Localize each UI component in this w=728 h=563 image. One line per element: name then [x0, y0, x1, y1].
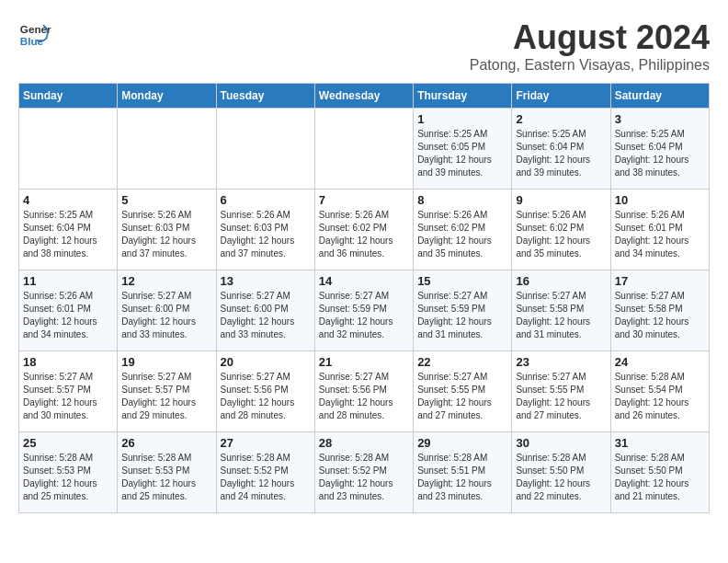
day-info: Sunrise: 5:27 AMSunset: 6:00 PMDaylight:…: [121, 290, 211, 341]
header: General Blue August 2024 Patong, Eastern…: [18, 18, 710, 74]
day-number: 8: [417, 193, 507, 207]
day-number: 7: [319, 193, 409, 207]
day-info: Sunrise: 5:28 AMSunset: 5:53 PMDaylight:…: [121, 452, 211, 503]
day-info: Sunrise: 5:28 AMSunset: 5:53 PMDaylight:…: [23, 452, 113, 503]
day-info: Sunrise: 5:28 AMSunset: 5:50 PMDaylight:…: [516, 452, 606, 503]
day-info: Sunrise: 5:27 AMSunset: 5:56 PMDaylight:…: [221, 371, 311, 422]
calendar-cell: 25Sunrise: 5:28 AMSunset: 5:53 PMDayligh…: [19, 432, 118, 513]
calendar-cell: 22Sunrise: 5:27 AMSunset: 5:55 PMDayligh…: [414, 351, 512, 432]
weekday-header-row: SundayMondayTuesdayWednesdayThursdayFrid…: [19, 84, 710, 109]
day-info: Sunrise: 5:25 AMSunset: 6:04 PMDaylight:…: [23, 209, 113, 260]
calendar-table: SundayMondayTuesdayWednesdayThursdayFrid…: [18, 83, 710, 513]
day-number: 6: [221, 193, 311, 207]
day-number: 25: [23, 436, 113, 450]
calendar-cell: 18Sunrise: 5:27 AMSunset: 5:57 PMDayligh…: [19, 351, 118, 432]
day-info: Sunrise: 5:28 AMSunset: 5:51 PMDaylight:…: [417, 452, 507, 503]
calendar-cell: 19Sunrise: 5:27 AMSunset: 5:57 PMDayligh…: [118, 351, 216, 432]
day-info: Sunrise: 5:26 AMSunset: 6:03 PMDaylight:…: [221, 209, 311, 260]
calendar-cell: 23Sunrise: 5:27 AMSunset: 5:55 PMDayligh…: [512, 351, 610, 432]
day-info: Sunrise: 5:27 AMSunset: 5:57 PMDaylight:…: [23, 371, 113, 422]
calendar-cell: 31Sunrise: 5:28 AMSunset: 5:50 PMDayligh…: [610, 432, 709, 513]
calendar-cell: 4Sunrise: 5:25 AMSunset: 6:04 PMDaylight…: [19, 190, 118, 270]
day-number: 23: [516, 355, 606, 369]
day-number: 30: [516, 436, 606, 450]
calendar-cell: 21Sunrise: 5:27 AMSunset: 5:56 PMDayligh…: [314, 351, 413, 432]
weekday-header-wednesday: Wednesday: [314, 84, 413, 109]
calendar-week-4: 18Sunrise: 5:27 AMSunset: 5:57 PMDayligh…: [19, 351, 710, 432]
day-number: 24: [615, 355, 705, 369]
day-number: 19: [121, 355, 211, 369]
day-number: 13: [221, 274, 311, 288]
calendar-cell: 1Sunrise: 5:25 AMSunset: 6:05 PMDaylight…: [414, 109, 512, 190]
calendar-week-5: 25Sunrise: 5:28 AMSunset: 5:53 PMDayligh…: [19, 432, 710, 513]
day-number: 15: [417, 274, 507, 288]
day-number: 5: [121, 193, 211, 207]
day-info: Sunrise: 5:27 AMSunset: 5:57 PMDaylight:…: [121, 371, 211, 422]
day-number: 2: [516, 112, 606, 126]
day-number: 27: [221, 436, 311, 450]
day-number: 12: [121, 274, 211, 288]
calendar-cell: [19, 109, 118, 190]
calendar-cell: 5Sunrise: 5:26 AMSunset: 6:03 PMDaylight…: [118, 190, 216, 270]
day-info: Sunrise: 5:28 AMSunset: 5:54 PMDaylight:…: [615, 371, 705, 422]
calendar-cell: 17Sunrise: 5:27 AMSunset: 5:58 PMDayligh…: [610, 270, 709, 351]
day-info: Sunrise: 5:27 AMSunset: 5:58 PMDaylight:…: [615, 290, 705, 341]
calendar-cell: 30Sunrise: 5:28 AMSunset: 5:50 PMDayligh…: [512, 432, 610, 513]
weekday-header-friday: Friday: [512, 84, 610, 109]
calendar-cell: 10Sunrise: 5:26 AMSunset: 6:01 PMDayligh…: [610, 190, 709, 270]
day-info: Sunrise: 5:26 AMSunset: 6:03 PMDaylight:…: [121, 209, 211, 260]
calendar-cell: 7Sunrise: 5:26 AMSunset: 6:02 PMDaylight…: [314, 190, 413, 270]
day-info: Sunrise: 5:25 AMSunset: 6:04 PMDaylight:…: [516, 128, 606, 179]
day-number: 28: [319, 436, 409, 450]
day-number: 10: [615, 193, 705, 207]
day-info: Sunrise: 5:27 AMSunset: 5:55 PMDaylight:…: [516, 371, 606, 422]
day-number: 22: [417, 355, 507, 369]
title-area: August 2024 Patong, Eastern Visayas, Phi…: [470, 18, 710, 74]
day-number: 18: [23, 355, 113, 369]
day-number: 20: [221, 355, 311, 369]
day-info: Sunrise: 5:27 AMSunset: 5:58 PMDaylight:…: [516, 290, 606, 341]
day-number: 16: [516, 274, 606, 288]
calendar-subtitle: Patong, Eastern Visayas, Philippines: [470, 57, 710, 74]
weekday-header-monday: Monday: [118, 84, 216, 109]
day-info: Sunrise: 5:25 AMSunset: 6:04 PMDaylight:…: [615, 128, 705, 179]
day-info: Sunrise: 5:26 AMSunset: 6:02 PMDaylight:…: [417, 209, 507, 260]
day-info: Sunrise: 5:28 AMSunset: 5:50 PMDaylight:…: [615, 452, 705, 503]
calendar-week-2: 4Sunrise: 5:25 AMSunset: 6:04 PMDaylight…: [19, 190, 710, 270]
day-info: Sunrise: 5:26 AMSunset: 6:01 PMDaylight:…: [23, 290, 113, 341]
calendar-cell: 3Sunrise: 5:25 AMSunset: 6:04 PMDaylight…: [610, 109, 709, 190]
day-info: Sunrise: 5:25 AMSunset: 6:05 PMDaylight:…: [417, 128, 507, 179]
calendar-week-1: 1Sunrise: 5:25 AMSunset: 6:05 PMDaylight…: [19, 109, 710, 190]
weekday-header-sunday: Sunday: [19, 84, 118, 109]
day-info: Sunrise: 5:27 AMSunset: 5:59 PMDaylight:…: [417, 290, 507, 341]
logo-icon: General Blue: [18, 18, 51, 52]
day-number: 17: [615, 274, 705, 288]
day-info: Sunrise: 5:28 AMSunset: 5:52 PMDaylight:…: [221, 452, 311, 503]
day-number: 29: [417, 436, 507, 450]
calendar-cell: [118, 109, 216, 190]
calendar-week-3: 11Sunrise: 5:26 AMSunset: 6:01 PMDayligh…: [19, 270, 710, 351]
calendar-cell: 14Sunrise: 5:27 AMSunset: 5:59 PMDayligh…: [314, 270, 413, 351]
day-number: 1: [417, 112, 507, 126]
calendar-cell: 13Sunrise: 5:27 AMSunset: 6:00 PMDayligh…: [216, 270, 314, 351]
day-info: Sunrise: 5:27 AMSunset: 5:59 PMDaylight:…: [319, 290, 409, 341]
day-number: 9: [516, 193, 606, 207]
day-number: 21: [319, 355, 409, 369]
calendar-cell: 24Sunrise: 5:28 AMSunset: 5:54 PMDayligh…: [610, 351, 709, 432]
calendar-title: August 2024: [470, 18, 710, 57]
calendar-cell: 27Sunrise: 5:28 AMSunset: 5:52 PMDayligh…: [216, 432, 314, 513]
day-info: Sunrise: 5:26 AMSunset: 6:01 PMDaylight:…: [615, 209, 705, 260]
calendar-cell: 29Sunrise: 5:28 AMSunset: 5:51 PMDayligh…: [414, 432, 512, 513]
calendar-cell: 12Sunrise: 5:27 AMSunset: 6:00 PMDayligh…: [118, 270, 216, 351]
day-info: Sunrise: 5:27 AMSunset: 6:00 PMDaylight:…: [221, 290, 311, 341]
calendar-cell: 16Sunrise: 5:27 AMSunset: 5:58 PMDayligh…: [512, 270, 610, 351]
calendar-cell: [216, 109, 314, 190]
weekday-header-thursday: Thursday: [414, 84, 512, 109]
weekday-header-saturday: Saturday: [610, 84, 709, 109]
calendar-cell: 28Sunrise: 5:28 AMSunset: 5:52 PMDayligh…: [314, 432, 413, 513]
day-info: Sunrise: 5:27 AMSunset: 5:55 PMDaylight:…: [417, 371, 507, 422]
calendar-cell: 9Sunrise: 5:26 AMSunset: 6:02 PMDaylight…: [512, 190, 610, 270]
calendar-cell: [314, 109, 413, 190]
day-number: 4: [23, 193, 113, 207]
day-info: Sunrise: 5:26 AMSunset: 6:02 PMDaylight:…: [516, 209, 606, 260]
